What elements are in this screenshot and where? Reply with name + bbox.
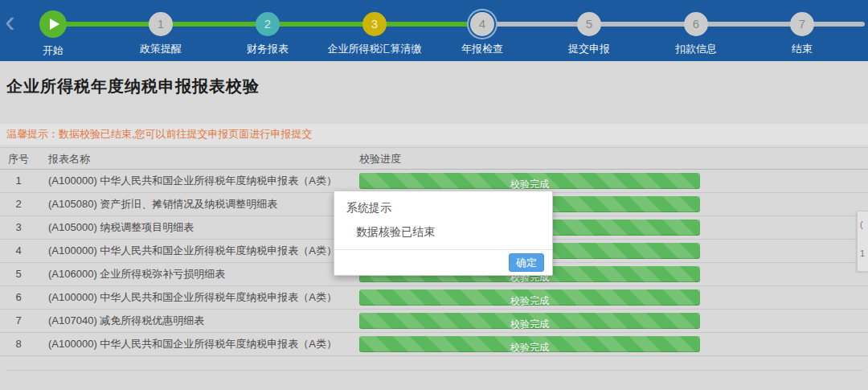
table-header: 序号 报表名称 校验进度 — [0, 147, 868, 170]
step-label: 结束 — [738, 42, 866, 56]
row-index: 1 — [0, 170, 37, 192]
progress-label: 校验完成 — [510, 179, 549, 190]
progress-label: 校验完成 — [510, 342, 549, 353]
step-circle[interactable]: 3 — [362, 12, 387, 36]
progress-label: 校验完成 — [510, 318, 549, 330]
progress-bar: 校验完成 — [359, 289, 700, 306]
play-icon — [50, 18, 59, 30]
clipped-side-panel: ( 1 — [857, 211, 868, 272]
progress-bar: 校验完成 — [359, 313, 700, 329]
table-row: 8 (A100000) 中华人民共和国企业所得税年度纳税申报表（A类） 校验完成 — [0, 333, 868, 356]
wizard-header: ‹ 开始1政策提醒2财务报表3企业所得税汇算清缴4年报检查5提交申报6扣款信息7… — [0, 0, 868, 61]
step-circle[interactable]: 2 — [256, 12, 280, 36]
col-header-index: 序号 — [0, 148, 37, 169]
progress-label: 校验完成 — [510, 295, 549, 306]
step-circle[interactable]: 4 — [470, 12, 494, 36]
notice-bar: 温馨提示：数据校验已结束,您可以前往提交申报页面进行申报提交 — [0, 124, 868, 145]
step-start-circle[interactable] — [39, 10, 67, 38]
bottom-divider — [6, 370, 863, 371]
clipped-text-fragment: ( — [860, 220, 863, 229]
table-row: 6 (A100000) 中华人民共和国企业所得税年度纳税申报表（A类） 校验完成 — [0, 286, 868, 310]
wizard-step-7[interactable]: 7结束 — [738, 0, 866, 56]
col-header-name: 报表名称 — [37, 148, 868, 169]
row-index: 2 — [0, 193, 37, 216]
screen: ‹ 开始1政策提醒2财务报表3企业所得税汇算清缴4年报检查5提交申报6扣款信息7… — [0, 0, 868, 390]
row-index: 5 — [0, 263, 37, 285]
table-row: 7 (A107040) 减免所得税优惠明细表 校验完成 — [0, 310, 868, 333]
system-dialog: 系统提示 数据核验已结束 确定 — [334, 191, 553, 276]
row-index: 3 — [0, 216, 37, 239]
progress-bar: 校验完成 — [359, 173, 700, 189]
row-index: 4 — [0, 240, 37, 262]
dialog-title: 系统提示 — [346, 201, 391, 216]
step-circle[interactable]: 6 — [684, 12, 708, 36]
step-circle[interactable]: 1 — [149, 12, 173, 36]
table-row: 1 (A100000) 中华人民共和国企业所得税年度纳税申报表（A类） 校验完成 — [0, 170, 868, 193]
row-index: 6 — [0, 286, 37, 309]
progress-bar: 校验完成 — [359, 336, 700, 352]
ok-button[interactable]: 确定 — [509, 253, 544, 272]
row-index: 8 — [0, 333, 37, 355]
dialog-divider — [334, 249, 552, 250]
step-circle[interactable]: 7 — [790, 12, 814, 36]
clipped-text-fragment: 1 — [860, 248, 865, 258]
page-title: 企业所得税年度纳税申报报表校验 — [6, 76, 260, 97]
row-index: 7 — [0, 310, 37, 332]
col-header-progress: 校验进度 — [359, 148, 401, 170]
step-circle[interactable]: 5 — [577, 12, 601, 36]
dialog-message: 数据核验已结束 — [356, 225, 435, 240]
